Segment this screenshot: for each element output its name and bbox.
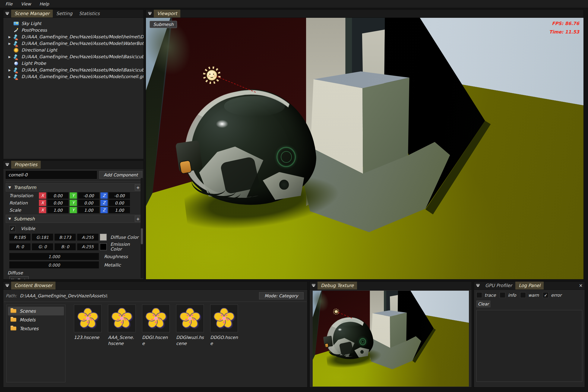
translation-x-field[interactable]: 0.00	[47, 192, 68, 199]
tree-item-light-probe[interactable]: Light Probe	[3, 60, 144, 67]
axis-z-badge[interactable]: Z	[100, 192, 108, 199]
diffuse-g-field[interactable]: G:181	[32, 234, 53, 241]
file-item[interactable]: DDGO.hscene	[210, 305, 238, 347]
roughness-slider[interactable]: 1.000	[9, 253, 99, 260]
tab-properties[interactable]: Properties	[11, 161, 41, 169]
panel-collapse-button[interactable]	[146, 10, 154, 17]
expand-arrow-icon[interactable]: ▶	[8, 55, 14, 58]
visible-checkbox[interactable]: ✓	[9, 226, 16, 232]
emission-r-field[interactable]: R: 0	[9, 243, 30, 250]
submesh-section-header[interactable]: ▼ Submesh +	[6, 215, 142, 223]
panel-collapse-button[interactable]	[3, 161, 11, 169]
scrollbar-thumb[interactable]	[141, 228, 143, 244]
tab-log-panel[interactable]: Log Panel	[515, 282, 544, 289]
rotation-x-field[interactable]: 0.00	[47, 200, 68, 206]
expand-arrow-icon[interactable]: ▶	[8, 68, 14, 72]
entity-name-input[interactable]: cornell-0	[6, 171, 97, 179]
emission-g-field[interactable]: G: 0	[32, 243, 53, 250]
directional-light-sun-gizmo[interactable]	[205, 69, 218, 81]
tree-item-water-bottle[interactable]: ▶ D:/AAA_GameEngine_Dev/Hazel/Assets/Mod…	[3, 40, 144, 47]
directional-light-sun-gizmo[interactable]	[334, 309, 338, 314]
scale-z-field[interactable]: 1.00	[109, 207, 130, 213]
file-item[interactable]: 123.hscene	[74, 305, 102, 347]
tree-item-damaged-helmet[interactable]: ▶ D:/AAA_GameEngine_Dev/Hazel/Assets/Mod…	[3, 33, 144, 40]
tab-setting[interactable]: Setting	[53, 10, 76, 17]
panel-collapse-button[interactable]	[474, 282, 482, 289]
diffuse-color-swatch[interactable]	[100, 234, 107, 241]
menu-help[interactable]: Help	[35, 2, 53, 6]
tree-item-postprocess[interactable]: PostProcess	[3, 27, 144, 33]
file-thumbnail[interactable]	[210, 305, 238, 332]
scale-x-field[interactable]: 1.00	[47, 207, 68, 213]
section-collapse-icon[interactable]: ▼	[8, 185, 11, 189]
diffuse-b-field[interactable]: B:173	[55, 234, 76, 241]
axis-z-badge[interactable]: Z	[100, 200, 108, 206]
emission-b-field[interactable]: B: 0	[55, 243, 76, 250]
warn-checkbox[interactable]: ✓	[520, 292, 526, 298]
file-thumbnail[interactable]	[142, 305, 170, 332]
transform-section-header[interactable]: ▼ Transform +	[6, 183, 142, 191]
axis-y-badge[interactable]: Y	[70, 200, 77, 206]
close-icon[interactable]: ×	[577, 282, 585, 289]
tab-statistics[interactable]: Statistics	[76, 10, 103, 17]
folder-item-models[interactable]: Models	[8, 315, 64, 324]
panel-collapse-button[interactable]	[310, 282, 318, 289]
tab-viewport[interactable]: Viewport	[154, 10, 180, 17]
menu-file[interactable]: File	[1, 2, 17, 6]
tab-content-browser[interactable]: Content Browser	[11, 282, 55, 289]
clear-log-button[interactable]: Clear	[476, 301, 490, 307]
info-checkbox[interactable]: ✓	[500, 292, 505, 298]
tree-item-cube-obj-2[interactable]: ▶ D:/AAA_GameEngine_Dev/Hazel/Assets/Mod…	[3, 67, 144, 73]
tree-item-sky-light[interactable]: Sky Light	[3, 20, 144, 27]
axis-y-badge[interactable]: Y	[70, 192, 77, 199]
expand-arrow-icon[interactable]: ▶	[8, 42, 14, 45]
translation-z-field[interactable]: -0.00	[109, 192, 130, 199]
folder-item-scenes[interactable]: Scenes	[8, 307, 64, 315]
log-output-area[interactable]	[476, 310, 582, 382]
transform-add-button[interactable]: +	[135, 184, 141, 191]
add-component-button[interactable]: Add Component	[99, 171, 142, 179]
file-thumbnail[interactable]	[74, 305, 102, 332]
tab-scene-manager[interactable]: Scene Manager	[11, 10, 53, 17]
expand-arrow-icon[interactable]: ▶	[8, 35, 14, 39]
submesh-add-button[interactable]: +	[135, 216, 141, 222]
file-item[interactable]: DDGIwuzi.hscene	[176, 305, 204, 347]
debug-texture-render-area[interactable]	[313, 291, 469, 387]
axis-x-badge[interactable]: X	[39, 200, 46, 206]
file-item[interactable]: AAA_Scene.hscene	[108, 305, 136, 347]
emission-color-swatch[interactable]	[100, 243, 107, 250]
file-thumbnail[interactable]	[108, 305, 136, 332]
emission-a-field[interactable]: A:255	[77, 243, 98, 250]
expand-arrow-icon[interactable]: ▶	[8, 75, 14, 78]
axis-z-badge[interactable]: Z	[100, 207, 108, 213]
section-collapse-icon[interactable]: ▼	[8, 217, 11, 221]
mode-category-button[interactable]: Mode: Category	[259, 292, 304, 299]
scale-y-field[interactable]: 1.00	[78, 207, 99, 213]
axis-y-badge[interactable]: Y	[70, 207, 77, 213]
tree-item-cornell-glb[interactable]: ▶ D:/AAA_GameEngine_Dev/Hazel/Assets/Mod…	[3, 73, 144, 80]
rotation-z-field[interactable]: 0.00	[109, 200, 130, 206]
properties-scrollbar[interactable]	[141, 178, 143, 278]
axis-x-badge[interactable]: X	[39, 207, 46, 213]
translation-y-field[interactable]: -0.00	[78, 192, 99, 199]
tree-item-cube-obj[interactable]: ▶ D:/AAA_GameEngine_Dev/Hazel/Assets/Mod…	[3, 53, 144, 60]
tree-item-directional-light[interactable]: Directional Light	[3, 47, 144, 53]
trace-checkbox[interactable]: ✓	[476, 292, 482, 298]
panel-collapse-button[interactable]	[3, 10, 11, 17]
no-texture-button[interactable]: No Texture	[9, 276, 29, 279]
menu-view[interactable]: View	[17, 2, 35, 6]
rotation-y-field[interactable]: 0.00	[78, 200, 99, 206]
file-thumbnail[interactable]	[176, 305, 204, 332]
metallic-slider[interactable]: 0.000	[9, 261, 99, 268]
tab-gpu-profiler[interactable]: GPU Profiler	[482, 282, 515, 289]
axis-x-badge[interactable]: X	[39, 192, 46, 199]
file-item[interactable]: DDGI.hscene	[142, 305, 170, 347]
diffuse-r-field[interactable]: R:185	[9, 234, 30, 241]
tab-debug-texture[interactable]: Debug Texture	[318, 282, 357, 289]
panel-collapse-button[interactable]	[3, 282, 11, 289]
folder-item-textures[interactable]: Textures	[8, 324, 64, 333]
error-checkbox[interactable]: ✓	[543, 292, 548, 298]
diffuse-a-field[interactable]: A:255	[77, 234, 98, 241]
viewport-render-area[interactable]	[146, 18, 583, 279]
viewport-submesh-overlay-button[interactable]: Submesh	[150, 21, 177, 28]
